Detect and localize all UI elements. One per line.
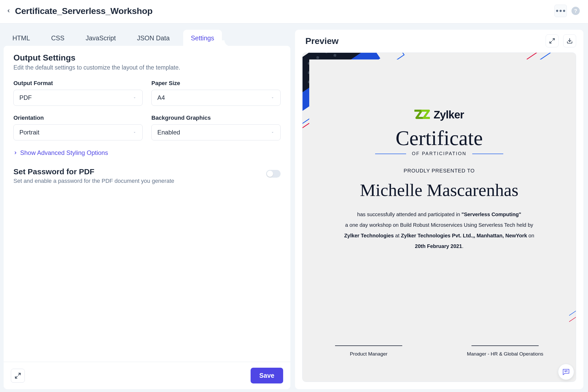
- certificate-subheading: OF PARTICIPATION: [412, 151, 467, 156]
- cert-body-text: on: [527, 233, 534, 238]
- back-button[interactable]: [5, 7, 12, 15]
- preview-heading: Preview: [302, 36, 339, 46]
- cert-body-event: "Serverless Computing": [461, 212, 521, 217]
- settings-card: Output Settings Edit the default setting…: [4, 46, 290, 389]
- password-section-title: Set Password for PDF: [13, 167, 256, 176]
- signature-right: Manager - HR & Global Operations: [467, 345, 543, 357]
- chat-icon: [562, 367, 570, 376]
- certificate: Zylker Certificate OF PARTICIPATION PROU…: [303, 53, 576, 382]
- cert-body-date: 20th February 2021: [415, 243, 462, 249]
- svg-point-1: [560, 10, 562, 12]
- tab-json-data[interactable]: JSON Data: [129, 30, 177, 46]
- editor-tabs: HTML CSS JavaScript JSON Data Settings: [4, 30, 290, 46]
- tab-html[interactable]: HTML: [5, 30, 38, 46]
- select-orientation-value: Portrait: [19, 129, 39, 136]
- tab-javascript[interactable]: JavaScript: [78, 30, 123, 46]
- chevron-down-icon: [270, 96, 275, 100]
- field-background-graphics: Background Graphics Enabled: [151, 115, 281, 140]
- signature-left: Product Manager: [335, 345, 402, 357]
- svg-point-0: [556, 10, 558, 12]
- output-settings-description: Edit the default settings to customize t…: [13, 64, 281, 71]
- field-paper-size: Paper Size A4: [151, 80, 281, 106]
- download-icon: [567, 38, 573, 44]
- svg-point-2: [563, 10, 565, 12]
- chevron-right-icon: [13, 151, 18, 155]
- settings-footer: Save: [4, 362, 290, 389]
- brand-logo: Zylker: [414, 109, 464, 121]
- chevron-left-icon: [6, 9, 11, 13]
- tab-css[interactable]: CSS: [43, 30, 72, 46]
- signature-left-role: Product Manager: [335, 351, 402, 357]
- chevron-down-icon: [133, 130, 137, 134]
- certificate-body: has successfully attended and participat…: [341, 209, 537, 252]
- page-title: Certificate_Serverless_Workshop: [15, 6, 152, 16]
- select-orientation[interactable]: Portrait: [13, 124, 143, 140]
- expand-icon: [549, 38, 555, 44]
- cert-body-text: a one day workshop on Build Robust Micro…: [345, 222, 533, 228]
- chevron-down-icon: [133, 96, 137, 100]
- expand-preview-button[interactable]: [546, 34, 559, 47]
- select-output-format-value: PDF: [19, 94, 32, 101]
- select-paper-size-value: A4: [157, 94, 165, 101]
- select-background-graphics[interactable]: Enabled: [151, 124, 281, 140]
- preview-panel: Preview: [295, 30, 583, 389]
- save-button[interactable]: Save: [251, 368, 283, 383]
- password-section: Set Password for PDF Set and enable a pa…: [13, 167, 281, 184]
- label-output-format: Output Format: [13, 80, 143, 87]
- zylker-logo-icon: [414, 109, 430, 121]
- label-background-graphics: Background Graphics: [151, 115, 281, 121]
- password-section-description: Set and enable a password for the PDF do…: [13, 178, 256, 184]
- cert-body-venue: Zylker Technologies Pvt. Ltd.,, Manhatta…: [401, 233, 527, 238]
- proudly-presented-label: PROUDLY PRESENTED TO: [404, 168, 475, 174]
- signature-right-role: Manager - HR & Global Operations: [467, 351, 543, 357]
- question-mark-icon: ?: [574, 8, 577, 14]
- certificate-heading: Certificate: [396, 128, 483, 148]
- cert-body-text: at: [394, 233, 401, 238]
- tab-settings[interactable]: Settings: [183, 30, 222, 46]
- page-header: Certificate_Serverless_Workshop ?: [0, 0, 588, 24]
- field-orientation: Orientation Portrait: [13, 115, 143, 140]
- label-orientation: Orientation: [13, 115, 143, 121]
- advanced-styling-label: Show Advanced Styling Options: [20, 149, 108, 156]
- field-output-format: Output Format PDF: [13, 80, 143, 106]
- select-output-format[interactable]: PDF: [13, 90, 143, 106]
- download-button[interactable]: [563, 34, 576, 47]
- main-body: HTML CSS JavaScript JSON Data Settings O…: [0, 24, 588, 392]
- label-paper-size: Paper Size: [151, 80, 281, 87]
- more-menu-button[interactable]: [554, 5, 567, 17]
- brand-name: Zylker: [434, 109, 464, 121]
- advanced-styling-toggle[interactable]: Show Advanced Styling Options: [13, 149, 281, 156]
- chat-widget-button[interactable]: [558, 364, 574, 380]
- select-paper-size[interactable]: A4: [151, 90, 281, 106]
- editor-panel: HTML CSS JavaScript JSON Data Settings O…: [4, 30, 290, 389]
- decoration-line: [527, 52, 576, 60]
- cert-body-text: has successfully attended and participat…: [357, 212, 462, 217]
- expand-editor-button[interactable]: [11, 369, 25, 383]
- preview-document: Zylker Certificate OF PARTICIPATION PROU…: [302, 52, 576, 382]
- signature-row: Product Manager Manager - HR & Global Op…: [309, 345, 569, 357]
- dots-horizontal-icon: [555, 5, 567, 17]
- help-button[interactable]: ?: [571, 7, 580, 15]
- password-toggle[interactable]: [266, 170, 281, 178]
- output-settings-heading: Output Settings: [13, 53, 281, 63]
- cert-body-text: .: [462, 243, 463, 249]
- recipient-name: Michelle Mascarenhas: [360, 180, 519, 200]
- expand-icon: [14, 372, 21, 379]
- cert-body-org: Zylker Technologies: [344, 233, 394, 238]
- certificate-subheading-row: OF PARTICIPATION: [375, 151, 503, 156]
- select-background-graphics-value: Enabled: [157, 129, 180, 136]
- chevron-down-icon: [270, 130, 275, 134]
